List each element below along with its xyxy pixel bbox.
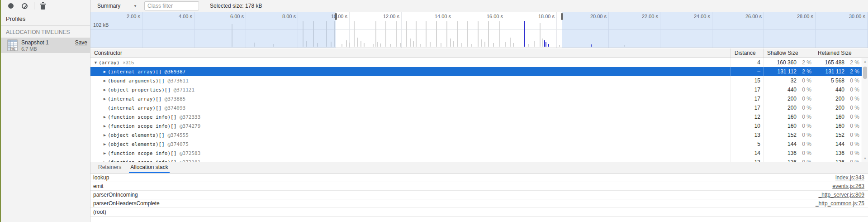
tab-allocation-stack[interactable]: Allocation stack — [129, 162, 169, 173]
retained-size-percent: 2 % — [844, 59, 862, 66]
heap-object-row-@374075[interactable]: ▶(object elements)[] @37407551440 %1440 … — [90, 140, 862, 149]
constructor-name: (object elements)[] — [108, 141, 167, 147]
scrollbar-thumb[interactable] — [863, 67, 867, 79]
retained-size-value: 440 — [814, 87, 844, 93]
expand-icon[interactable]: ▶ — [102, 78, 108, 83]
allocation-bar-live — [548, 44, 549, 47]
overview-tick-label: 2.00 s — [111, 14, 140, 19]
snapshot-text: Snapshot 1 Save 6.7 MB — [21, 39, 90, 52]
allocation-bar-freed — [357, 38, 358, 47]
expand-icon[interactable]: ▶ — [102, 97, 108, 101]
expand-icon[interactable]: ▶ — [102, 133, 108, 137]
expand-icon[interactable]: ▶ — [102, 142, 108, 146]
expand-icon[interactable]: ▶ — [102, 69, 108, 74]
expand-icon[interactable]: ▶ — [102, 124, 108, 128]
chevron-down-icon: ▼ — [133, 4, 137, 8]
heap-object-row-@372583[interactable]: ▶(function scope info)[] @372583141360 %… — [90, 149, 862, 158]
allocation-bar-freed — [377, 42, 378, 47]
constructor-name: (object properties)[] — [108, 87, 174, 93]
overview-dim-right — [562, 12, 868, 48]
heap-object-row-@374279[interactable]: ▶(function scope info)[] @374279101600 %… — [90, 121, 862, 130]
shallow-size-value: 440 — [764, 87, 797, 93]
window-edge-accent — [0, 0, 1, 222]
constructor-name: (bound arguments)[] — [108, 78, 167, 84]
shallow-size-percent: 0 % — [797, 96, 814, 102]
heap-object-row-@373181[interactable]: ▶(function scope info)[] @373181131360 %… — [90, 158, 862, 162]
delete-profile-button[interactable] — [37, 0, 49, 12]
expand-icon[interactable]: ▶ — [102, 160, 108, 162]
distance-value: 4 — [731, 58, 764, 67]
toolbar-separator — [34, 2, 34, 10]
heap-object-row-@373611[interactable]: ▶(bound arguments)[] @37361115320 %5 568… — [90, 76, 862, 85]
object-id: @374093 — [165, 105, 185, 111]
overview-tick-label: 26.00 s — [733, 14, 762, 19]
svg-text:%: % — [11, 48, 14, 51]
overview-tick-label: 8.00 s — [267, 14, 296, 19]
collapse-icon[interactable]: ▼ — [93, 60, 99, 65]
object-id: @371121 — [174, 87, 194, 93]
class-filter-input[interactable] — [144, 1, 199, 10]
overview-tick-label: 24.00 s — [681, 14, 710, 19]
selection-handle-right[interactable] — [561, 13, 563, 20]
source-location-link[interactable]: index.js:343 — [835, 174, 864, 181]
allocation-bar-freed — [484, 42, 485, 47]
distance-value: – — [731, 67, 764, 76]
grid-scrollbar[interactable]: ▲ ▼ — [862, 58, 868, 162]
retained-size-value: 160 — [814, 114, 844, 120]
heap-object-row--array-[interactable]: ▼(array)×3154160 3602 %165 4882 % — [90, 58, 862, 67]
timeline-overview[interactable]: 102 kB2.00 s4.00 s6.00 s8.00 s10.00 s12.… — [90, 12, 868, 48]
allocation-bar-freed — [373, 44, 374, 47]
source-location-link[interactable]: _http_server.js:809 — [819, 192, 864, 198]
record-button[interactable] — [5, 0, 17, 12]
scroll-up-icon[interactable]: ▲ — [862, 58, 868, 64]
column-header-retained-size[interactable]: Retained Size — [814, 48, 862, 58]
profiler-toolbar-main: Summary ▼ Selected size: 178 kB — [91, 0, 262, 12]
allocation-bar-freed — [453, 41, 454, 47]
shallow-size-percent: 2 % — [797, 68, 814, 75]
allocation-bar-freed — [380, 43, 381, 47]
scroll-down-icon[interactable]: ▼ — [862, 155, 868, 161]
sidebar-item-snapshot-1[interactable]: % Snapshot 1 Save 6.7 MB — [1, 38, 90, 53]
expand-icon[interactable]: ▶ — [102, 115, 108, 119]
overview-tick-label: 18.00 s — [526, 14, 555, 19]
source-location-link[interactable]: events.js:263 — [832, 183, 864, 189]
perspective-select[interactable]: Summary ▼ — [97, 1, 139, 11]
object-id: @374075 — [167, 141, 188, 147]
allocation-bar-freed — [481, 39, 482, 47]
selected-size-label: Selected size: 178 kB — [210, 3, 262, 9]
heap-grid-header: Constructor Distance Shallow Size Retain… — [90, 48, 868, 58]
perspective-select-value: Summary — [97, 3, 120, 9]
allocation-bar-live — [545, 42, 546, 47]
clear-profiles-button[interactable] — [19, 0, 30, 12]
constructor-name: (function scope info)[] — [108, 159, 180, 162]
constructor-name: (function scope info)[] — [108, 114, 180, 120]
retained-size-percent: 0 % — [844, 87, 862, 93]
column-header-shallow-size[interactable]: Shallow Size — [764, 48, 814, 58]
allocation-bar-freed — [528, 44, 529, 47]
heap-object-row-@373885[interactable]: ▶(internal array)[] @373885172000 %2000 … — [90, 94, 862, 103]
tab-retainers[interactable]: Retainers — [97, 162, 123, 173]
allocation-bar-live — [544, 40, 545, 47]
retained-size-percent: 0 % — [844, 159, 862, 162]
snapshot-save-link[interactable]: Save — [75, 39, 87, 46]
stack-frame-row: emitevents.js:263 — [90, 182, 868, 191]
heap-object-row-@372333[interactable]: ▶(function scope info)[] @372333121600 %… — [90, 112, 862, 121]
heap-object-row-@374093[interactable]: (internal array)[] @374093172000 %2000 % — [90, 103, 862, 112]
selection-handle-left[interactable] — [335, 13, 337, 20]
allocation-bar-freed — [396, 21, 397, 47]
heap-object-row-@371121[interactable]: ▶(object properties)[] @371121174400 %44… — [90, 85, 862, 94]
allocation-timelines-section-label: ALLOCATION TIMELINES — [1, 26, 90, 38]
profiles-sidebar: Profiles ALLOCATION TIMELINES % Snapshot… — [1, 12, 90, 222]
heap-object-row-@374555[interactable]: ▶(object elements)[] @374555131520 %1520… — [90, 130, 862, 140]
column-header-constructor[interactable]: Constructor — [90, 48, 731, 58]
retained-size-value: 160 — [814, 123, 844, 129]
heap-object-row-@369387[interactable]: ▶(internal array)[] @369387–131 1122 %13… — [90, 67, 862, 76]
column-header-distance[interactable]: Distance — [731, 48, 764, 58]
expand-icon[interactable]: ▶ — [102, 151, 108, 155]
shallow-size-percent: 0 % — [797, 123, 814, 129]
expand-icon[interactable]: ▶ — [102, 87, 108, 92]
allocation-bar-freed — [513, 43, 514, 47]
allocation-bar-freed — [540, 23, 541, 47]
source-location-link[interactable]: _http_common.js:75 — [816, 200, 864, 207]
distance-value: 5 — [731, 140, 764, 149]
